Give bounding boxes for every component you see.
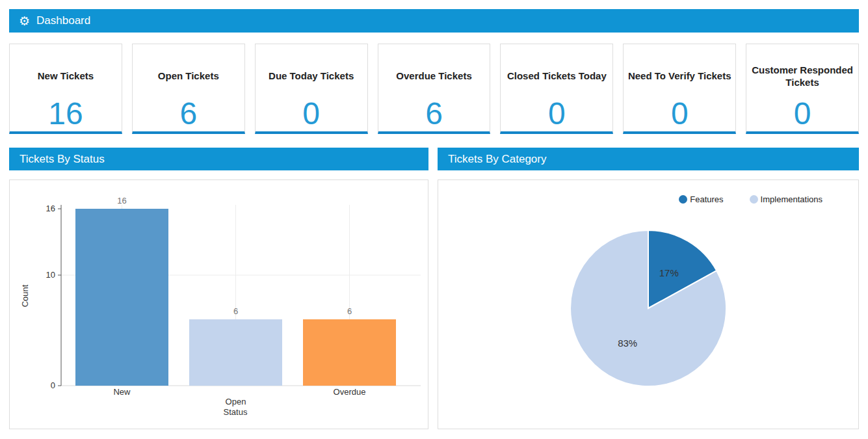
stat-card-label: Closed Tickets Today bbox=[501, 44, 612, 96]
svg-text:10: 10 bbox=[46, 270, 55, 280]
stat-card-label: Open Tickets bbox=[133, 44, 244, 96]
gear-icon: ⚙ bbox=[19, 15, 30, 27]
svg-text:New: New bbox=[113, 387, 131, 397]
implementations-legend-dot bbox=[750, 195, 758, 204]
stat-card-new-tickets[interactable]: New Tickets 16 bbox=[9, 44, 122, 134]
legend-label-features: Features bbox=[690, 194, 723, 204]
svg-text:6: 6 bbox=[347, 306, 352, 316]
status-panel-header: Tickets By Status bbox=[9, 148, 428, 170]
stat-card-need-to-verify-tickets[interactable]: Need To Verify Tickets 0 bbox=[623, 44, 736, 134]
svg-text:16: 16 bbox=[117, 196, 126, 206]
stat-card-customer-responded-tickets[interactable]: Customer Responded Tickets 0 bbox=[746, 44, 859, 134]
stat-card-due-today-tickets[interactable]: Due Today Tickets 0 bbox=[255, 44, 368, 134]
stat-card-overdue-tickets[interactable]: Overdue Tickets 6 bbox=[378, 44, 491, 134]
stat-card-label: Customer Responded Tickets bbox=[746, 44, 858, 96]
legend-label-implementations: Implementations bbox=[761, 194, 822, 204]
stat-card-label: Overdue Tickets bbox=[378, 44, 490, 96]
page-title: Dashboard bbox=[36, 14, 90, 27]
panel-bodies-row: 16New6Open6Overdue01016StatusCount Featu… bbox=[9, 180, 859, 429]
stat-card-label: Need To Verify Tickets bbox=[624, 44, 735, 96]
svg-text:83%: 83% bbox=[618, 338, 637, 349]
svg-text:Count: Count bbox=[20, 284, 30, 307]
stat-card-value: 0 bbox=[256, 98, 367, 130]
category-panel-body: Features Implementations 17%83% bbox=[438, 180, 859, 429]
svg-text:17%: 17% bbox=[659, 267, 679, 278]
legend-item-features[interactable]: Features bbox=[679, 194, 723, 204]
legend-item-implementations[interactable]: Implementations bbox=[750, 194, 822, 204]
svg-text:0: 0 bbox=[51, 380, 55, 390]
stat-card-value: 0 bbox=[746, 98, 858, 130]
svg-text:16: 16 bbox=[46, 204, 55, 213]
category-pie-chart: 17%83% bbox=[438, 180, 859, 429]
features-legend-dot bbox=[679, 195, 687, 204]
category-panel-header: Tickets By Category bbox=[438, 148, 859, 170]
stat-card-closed-tickets-today[interactable]: Closed Tickets Today 0 bbox=[500, 44, 613, 134]
stat-card-value: 0 bbox=[624, 98, 735, 130]
stat-card-value: 6 bbox=[378, 98, 490, 130]
stat-card-label: New Tickets bbox=[10, 44, 122, 96]
dashboard-page: ⚙ Dashboard New Tickets 16 Open Tickets … bbox=[0, 0, 868, 429]
pie-legend: Features Implementations bbox=[679, 194, 822, 204]
stat-card-label: Due Today Tickets bbox=[256, 44, 367, 96]
status-bar-chart: 16New6Open6Overdue01016StatusCount bbox=[10, 180, 428, 429]
panel-headers-row: Tickets By Status Tickets By Category bbox=[9, 148, 859, 170]
svg-text:Overdue: Overdue bbox=[334, 387, 366, 397]
svg-text:Status: Status bbox=[224, 407, 248, 417]
stat-card-value: 0 bbox=[501, 98, 612, 130]
svg-text:6: 6 bbox=[233, 306, 238, 316]
stat-card-open-tickets[interactable]: Open Tickets 6 bbox=[132, 44, 245, 134]
app-header: ⚙ Dashboard bbox=[9, 9, 859, 33]
svg-text:Open: Open bbox=[226, 397, 246, 406]
stat-card-value: 6 bbox=[133, 98, 244, 130]
stat-cards-row: New Tickets 16 Open Tickets 6 Due Today … bbox=[9, 44, 859, 134]
stat-card-value: 16 bbox=[10, 98, 122, 130]
status-panel-body: 16New6Open6Overdue01016StatusCount bbox=[9, 180, 428, 429]
